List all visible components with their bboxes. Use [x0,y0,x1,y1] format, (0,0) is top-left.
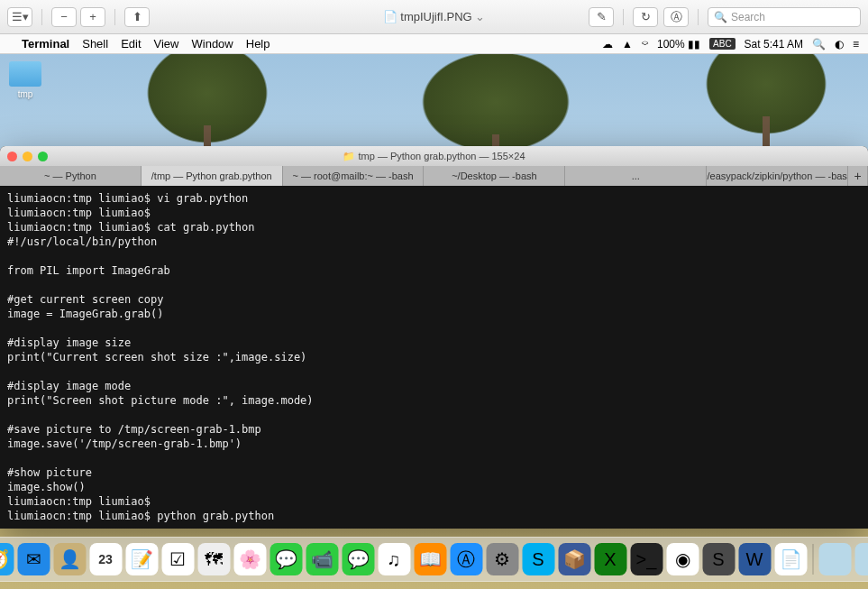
folder-label: tmp [7,89,43,99]
desktop-folder-tmp[interactable]: tmp [7,61,43,99]
terminal-tab[interactable]: ~/Desktop — -bash [424,166,565,186]
dock-sublime-icon[interactable]: S [702,543,735,575]
desktop[interactable]: tmp 📁 tmp — Python grab.python — 155×24 … [0,54,868,589]
dock-excel-icon[interactable]: X [594,543,626,575]
new-tab-button[interactable]: + [848,166,868,186]
close-button[interactable] [7,152,17,161]
notification-icon[interactable]: ≡ [853,38,859,51]
dock-word-icon[interactable]: W [738,543,771,575]
dock-preferences-icon[interactable]: ⚙ [486,543,518,575]
share-button[interactable]: ⬆ [124,7,150,27]
preview-toolbar: ☰▾ − + ⬆ 📄 tmpIUjifI.PNG ⌄ ✎ ↻ Ⓐ 🔍 Searc… [0,0,868,34]
dock-messages-icon[interactable]: 💬 [270,543,302,575]
dock-reminders-icon[interactable]: ☑ [161,543,194,575]
dock-calendar-icon[interactable]: 23 [89,543,122,575]
battery-status[interactable]: 100% ▮▮ [657,38,700,51]
menu-edit[interactable]: Edit [121,37,141,51]
zoom-in-button[interactable]: + [80,7,105,27]
dock-chrome-icon[interactable]: ◉ [666,543,699,575]
zoom-out-button[interactable]: − [51,7,77,27]
dock-desktop2-icon[interactable] [854,543,868,575]
dock-notes-icon[interactable]: 📝 [125,543,158,575]
dock-textedit-icon[interactable]: 📄 [774,543,807,575]
screenshot-canvas: Terminal Shell Edit View Window Help ☁ ▲… [0,34,868,589]
annotate-button[interactable]: ✎ [589,7,614,27]
airplay-icon[interactable]: ▲ [622,38,633,51]
clock[interactable]: Sat 5:41 AM [745,38,803,51]
terminal-window: 📁 tmp — Python grab.python — 155×24 ~ — … [0,146,868,529]
menu-shell[interactable]: Shell [82,37,108,51]
terminal-tab[interactable]: ~ — root@mailb:~ — -bash [283,166,425,186]
dock-appstore-icon[interactable]: Ⓐ [450,543,482,575]
dock-desktop1-icon[interactable] [818,543,851,575]
menu-view[interactable]: View [154,37,179,51]
folder-icon [9,61,41,87]
dock-terminal-icon[interactable]: >_ [630,543,662,575]
zoom-button[interactable] [38,152,48,161]
user-icon[interactable]: ◐ [835,38,844,51]
terminal-tab[interactable]: ... [565,166,707,186]
spotlight-icon[interactable]: 🔍 [812,38,826,51]
terminal-tab[interactable]: ~ — Python [0,166,142,186]
menu-help[interactable]: Help [246,37,270,51]
markup-button[interactable]: Ⓐ [663,7,689,27]
dock-virtualbox-icon[interactable]: 📦 [558,543,590,575]
search-input[interactable]: 🔍 Search [708,7,861,27]
dock-maps-icon[interactable]: 🗺 [197,543,230,575]
terminal-tabs: ~ — Python/tmp — Python grab.python~ — r… [0,166,868,186]
terminal-body[interactable]: liumiaocn:tmp liumiao$ vi grab.python li… [0,186,868,529]
dock-skype-icon[interactable]: S [522,543,554,575]
dock-separator [812,544,813,575]
cloud-icon[interactable]: ☁ [602,38,613,51]
sidebar-toggle-button[interactable]: ☰▾ [7,7,32,27]
dock-wechat-icon[interactable]: 💬 [342,543,374,575]
dock-ibooks-icon[interactable]: 📖 [414,543,446,575]
terminal-tab[interactable]: ~/easypack/zipkin/python — -bash [707,166,848,186]
dock-contacts-icon[interactable]: 👤 [53,543,86,575]
terminal-tab[interactable]: /tmp — Python grab.python [142,166,283,186]
dock-photos-icon[interactable]: 🌸 [233,543,266,575]
menu-window[interactable]: Window [192,37,233,51]
rotate-button[interactable]: ↻ [633,7,658,27]
terminal-title: 📁 tmp — Python grab.python — 155×24 [0,151,868,162]
terminal-titlebar[interactable]: 📁 tmp — Python grab.python — 155×24 [0,146,868,166]
macos-menubar: Terminal Shell Edit View Window Help ☁ ▲… [0,34,868,54]
minimize-button[interactable] [23,152,32,161]
app-name[interactable]: Terminal [22,37,69,51]
input-source[interactable]: ABC [709,38,736,50]
dock-safari-icon[interactable]: 🧭 [0,543,14,575]
dock-mail-icon[interactable]: ✉ [17,543,50,575]
wifi-icon[interactable]: ⌔ [642,38,648,51]
dock: ☺◉🚀🧭✉👤23📝☑🗺🌸💬📹💬♫📖Ⓐ⚙S📦X>_◉SW📄⬇🖥🗑 [0,537,868,582]
dock-facetime-icon[interactable]: 📹 [306,543,338,575]
dock-itunes-icon[interactable]: ♫ [378,543,410,575]
